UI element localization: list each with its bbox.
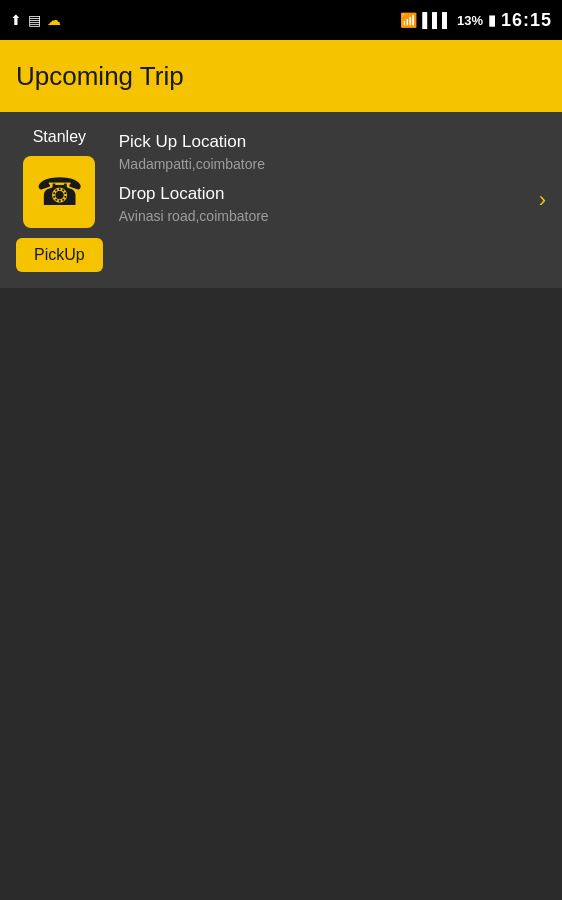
chevron-area[interactable]: › xyxy=(539,187,546,213)
status-bar: ⬆ ▤ ☁ 📶 ▌▌▌ 13% ▮ 16:15 xyxy=(0,0,562,40)
driver-name: Stanley xyxy=(33,128,86,146)
wifi-icon: 📶 xyxy=(400,12,417,28)
weather-icon: ☁ xyxy=(47,12,61,28)
status-right-icons: 📶 ▌▌▌ 13% ▮ 16:15 xyxy=(400,10,552,31)
drop-location-value: Avinasi road,coimbatore xyxy=(119,208,546,224)
driver-avatar[interactable]: ☎ xyxy=(23,156,95,228)
app-header: Upcoming Trip xyxy=(0,40,562,112)
usb-icon: ⬆ xyxy=(10,12,22,28)
driver-panel: Stanley ☎ PickUp xyxy=(16,128,103,272)
phone-icon: ☎ xyxy=(36,170,83,214)
status-left-icons: ⬆ ▤ ☁ xyxy=(10,12,61,28)
drop-location-label: Drop Location xyxy=(119,184,546,204)
page-title: Upcoming Trip xyxy=(16,61,184,92)
pickup-location-label: Pick Up Location xyxy=(119,132,546,152)
chevron-right-icon: › xyxy=(539,187,546,212)
signal-icon: ▌▌▌ xyxy=(422,12,452,28)
pickup-button[interactable]: PickUp xyxy=(16,238,103,272)
pickup-location-value: Madampatti,coimbatore xyxy=(119,156,546,172)
battery-icon: ▮ xyxy=(488,12,496,28)
battery-percentage: 13% xyxy=(457,13,483,28)
sim-icon: ▤ xyxy=(28,12,41,28)
trip-card: Stanley ☎ PickUp Pick Up Location Madamp… xyxy=(0,112,562,288)
location-panel: Pick Up Location Madampatti,coimbatore D… xyxy=(119,128,546,232)
clock: 16:15 xyxy=(501,10,552,31)
